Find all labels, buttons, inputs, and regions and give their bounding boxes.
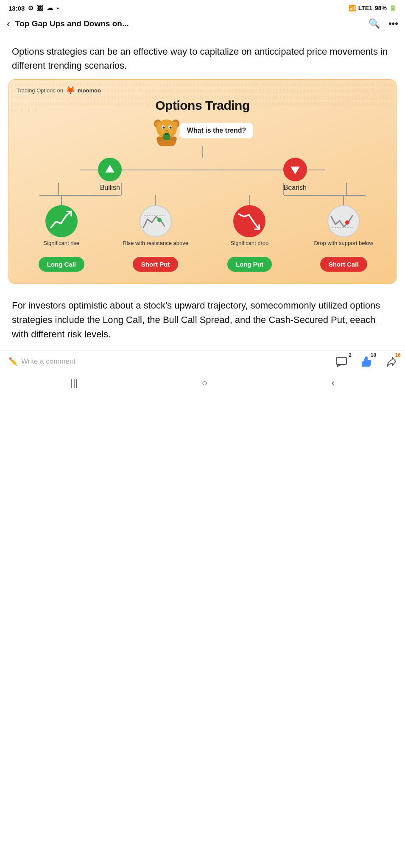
home-gesture-icon[interactable]: ○ <box>202 378 207 389</box>
recent-apps-icon[interactable]: ‹ <box>331 378 334 389</box>
svg-point-21 <box>345 220 349 225</box>
svg-point-9 <box>169 127 171 129</box>
weather-icon: ☁ <box>47 4 53 12</box>
camera-icon: ⊙ <box>28 4 34 12</box>
wifi-icon: 📶 <box>349 5 356 11</box>
up-arrow-icon <box>103 163 116 176</box>
brand-text: Trading Options on <box>17 87 63 94</box>
long-put-button[interactable]: Long Put <box>227 257 272 272</box>
page-title: Top Gap Ups and Downs on... <box>15 19 369 28</box>
svg-point-10 <box>165 130 168 131</box>
svg-marker-17 <box>290 167 300 174</box>
trend-container: Bullish Bearish <box>17 158 388 192</box>
short-call-button[interactable]: Short Call <box>320 257 367 272</box>
bullish-v-right <box>121 183 122 195</box>
short-put-button[interactable]: Short Put <box>133 257 179 272</box>
article-intro: Options strategies can be an effective w… <box>0 35 405 79</box>
battery-icon: 🔋 <box>389 5 397 11</box>
wave-down-chart-icon <box>329 206 358 236</box>
nav-icons: 🔍 ••• <box>369 18 398 29</box>
signal-label: LTE1 <box>358 5 372 11</box>
svg-rect-22 <box>336 357 346 364</box>
bearish-v-right <box>346 183 347 195</box>
status-bar: 13:03 ⊙ 🖼 ☁ • 📶 LTE1 98% 🔋 <box>0 0 405 14</box>
chat-icon <box>335 356 347 367</box>
time: 13:03 <box>8 5 25 12</box>
bearish-v-left <box>283 183 284 195</box>
bullish-label: Bullish <box>100 184 120 192</box>
infographic-header: Trading Options on 🦊 moomoo <box>9 80 396 97</box>
nav-bar: ‹ Top Gap Ups and Downs on... 🔍 ••• <box>0 14 405 35</box>
brand-name: moomoo <box>78 87 101 94</box>
action-icons: 2 18 16 <box>335 356 397 367</box>
drop-chart-icon <box>235 207 263 235</box>
infographic-title: Options Trading <box>9 97 396 115</box>
chat-count: 2 <box>349 352 352 358</box>
like-count: 18 <box>371 352 376 358</box>
photo-icon: 🖼 <box>37 5 43 12</box>
infographic-card: 0100101010010100101010010101001010100101… <box>8 79 397 284</box>
status-left: 13:03 ⊙ 🖼 ☁ • <box>8 4 59 12</box>
bearish-label: Bearish <box>284 184 307 192</box>
drop-support-desc: Drop with support below <box>314 240 373 254</box>
branch-long-put: Significant drop Long Put <box>210 195 290 272</box>
infographic-inner: 0100101010010100101010010101001010100101… <box>9 80 396 284</box>
significant-rise-desc: Significant rise <box>44 240 80 254</box>
bullish-v-left <box>58 183 59 195</box>
bullish-item: Bullish <box>98 158 122 192</box>
battery-label: 98% <box>375 5 387 11</box>
branches-row: Significant rise Long Call <box>17 195 388 272</box>
svg-rect-15 <box>165 133 169 135</box>
long-call-chart <box>45 205 78 237</box>
svg-point-8 <box>162 127 165 129</box>
svg-point-12 <box>156 136 162 142</box>
svg-point-19 <box>157 218 162 222</box>
dot-indicator: • <box>56 5 59 12</box>
article-body: For investors optimistic about a stock's… <box>0 292 405 350</box>
more-options-icon[interactable]: ••• <box>388 18 398 29</box>
home-bar: ||| ○ ‹ <box>0 372 405 396</box>
branch-vline-3 <box>249 195 250 205</box>
branches-container: Significant rise Long Call <box>17 195 388 272</box>
action-bar: ✏️ Write a comment 2 18 16 <box>0 350 405 372</box>
wave-up-chart-icon <box>141 206 170 236</box>
down-arrow-icon <box>289 163 302 176</box>
like-action[interactable]: 18 <box>360 356 372 367</box>
flowchart: What is the trend? Bullish <box>9 115 396 284</box>
short-put-chart <box>140 205 172 237</box>
long-call-button[interactable]: Long Call <box>39 257 84 272</box>
rise-resistance-desc: Rise with resistance above <box>123 240 188 254</box>
long-put-chart <box>233 205 265 237</box>
moomoo-icon: 🦊 <box>66 86 75 95</box>
chat-action[interactable]: 2 <box>335 356 347 367</box>
bearish-circle <box>283 158 307 181</box>
pencil-icon: ✏️ <box>8 357 18 366</box>
back-gesture-icon[interactable]: ||| <box>70 378 78 389</box>
branch-short-call: Drop with support below Short Call <box>304 195 383 272</box>
comment-placeholder[interactable]: Write a comment <box>21 357 75 366</box>
branch-long-call: Significant rise Long Call <box>22 195 101 272</box>
v-line-top <box>202 146 203 158</box>
question-box: What is the trend? <box>180 123 254 138</box>
rise-chart-icon <box>47 207 75 235</box>
mascot-icon <box>152 115 182 146</box>
status-right: 📶 LTE1 98% 🔋 <box>349 5 397 11</box>
comment-section[interactable]: ✏️ Write a comment <box>8 357 335 366</box>
short-call-chart <box>327 205 360 237</box>
significant-drop-desc: Significant drop <box>231 240 269 254</box>
bullish-circle <box>98 158 122 181</box>
branch-vline-1 <box>61 195 62 205</box>
branch-vline-4 <box>343 195 344 205</box>
search-icon[interactable]: 🔍 <box>369 18 380 29</box>
back-button[interactable]: ‹ <box>7 18 10 30</box>
bearish-item: Bearish <box>283 158 307 192</box>
question-row: What is the trend? <box>17 115 388 146</box>
share-action[interactable]: 16 <box>385 356 397 367</box>
branch-vline-2 <box>155 195 156 205</box>
svg-marker-16 <box>105 165 115 172</box>
branch-short-put: Rise with resistance above Short Put <box>116 195 196 272</box>
share-count: 16 <box>395 352 401 358</box>
trend-row: Bullish Bearish <box>17 158 388 192</box>
svg-point-13 <box>171 136 177 142</box>
